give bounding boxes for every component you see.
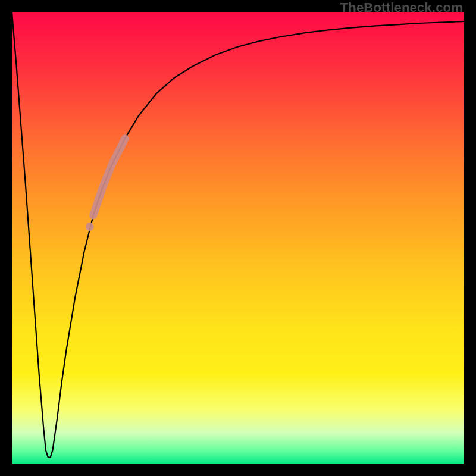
chart-stage: TheBottleneck.com bbox=[0, 0, 476, 476]
highlight-segment bbox=[93, 139, 125, 215]
chart-svg bbox=[12, 12, 464, 464]
bottleneck-curve bbox=[12, 12, 464, 458]
highlight-dot bbox=[86, 223, 94, 231]
